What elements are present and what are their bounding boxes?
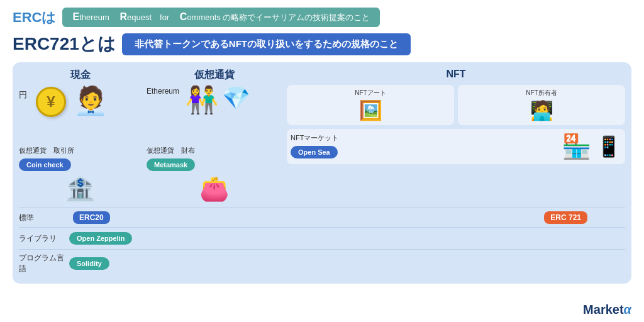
erc721-label: ERC721とは — [13, 32, 116, 56]
suit-person-icon: 🧑‍💼 — [74, 87, 108, 114]
three-columns: 現金 円 ¥ 🧑‍💼 仮想通貨 取引所 Coin check 🏦 — [19, 69, 625, 203]
ethereum-icon: 💎 — [222, 87, 250, 109]
program-label: プログラム言語 — [19, 253, 69, 274]
market-alpha-logo: Marketα — [583, 303, 631, 317]
erc-label: ERCは — [13, 8, 56, 27]
crypto-title: 仮想通貨 — [147, 69, 282, 82]
crypto-column: 仮想通貨 Ethereum 👫 💎 仮想通貨 財布 Metamask 👛 — [147, 69, 282, 203]
erc721-desc-text: 非代替トークンであるNFTの取り扱いをするための規格のこと — [135, 38, 398, 49]
nft-art-icon: 🖼️ — [291, 99, 450, 121]
wallet-icon: 👛 — [147, 175, 282, 203]
library-row: ライブラリ Open Zeppelin — [19, 227, 625, 249]
erc-header-row: ERCは Ethereum Request for Comments の略称でイ… — [13, 8, 631, 27]
open-sea-button[interactable]: Open Sea — [291, 146, 338, 158]
solidity-button[interactable]: Solidity — [69, 257, 109, 270]
erc20-badge: ERC20 — [73, 211, 110, 224]
cash-title: 現金 — [19, 69, 142, 82]
bottom-info-section: 標準 ERC20 ERC 721 ライブラリ Open Zeppelin プログ… — [19, 208, 625, 277]
erc-desc-text: Ethereum Request for Comments の略称でイーサリアム… — [72, 13, 370, 22]
erc721-badge: ERC 721 — [544, 211, 587, 224]
main-container: ERCは Ethereum Request for Comments の略称でイ… — [0, 0, 644, 322]
coin-check-button[interactable]: Coin check — [19, 158, 71, 171]
nft-owner-label: NFT所有者 — [462, 89, 621, 97]
erc-description-box: Ethereum Request for Comments の略称でイーサリアム… — [62, 8, 380, 27]
nft-market-label: NFTマーケット — [291, 133, 338, 143]
open-zeppelin-button[interactable]: Open Zeppelin — [69, 232, 132, 245]
erc721-description-box: 非代替トークンであるNFTの取り扱いをするための規格のこと — [122, 33, 411, 55]
erc721-header-row: ERC721とは 非代替トークンであるNFTの取り扱いをするための規格のこと — [13, 32, 631, 56]
nft-art-box: NFTアート 🖼️ — [287, 85, 454, 125]
cash-column: 現金 円 ¥ 🧑‍💼 仮想通貨 取引所 Coin check 🏦 — [19, 69, 142, 203]
nft-column: NFT NFTアート 🖼️ NFT所有者 🧑‍💻 NFTマーケット — [287, 69, 625, 203]
market-text: Market — [583, 303, 623, 316]
erc-E: E — [72, 11, 79, 22]
exchange-label: 仮想通貨 取引所 — [19, 146, 142, 155]
standard-label: 標準 — [19, 213, 69, 223]
exchange-person-icon: 🏦 — [19, 175, 142, 203]
nft-market-box: NFTマーケット Open Sea 🏪 📱 — [287, 129, 625, 164]
nft-owner-icon: 🧑‍💻 — [462, 99, 621, 121]
yen-coin-icon: ¥ — [36, 87, 66, 117]
program-row: プログラム言語 Solidity — [19, 249, 625, 277]
crypto-person-icon: 👫 — [186, 87, 218, 113]
phone-icon: 📱 — [596, 135, 621, 158]
shop-icon: 🏪 — [562, 133, 591, 160]
standard-row: 標準 ERC20 ERC 721 — [19, 208, 625, 227]
ethereum-label: Ethereum — [147, 87, 179, 96]
nft-owner-box: NFT所有者 🧑‍💻 — [458, 85, 625, 125]
nft-title: NFT — [287, 69, 625, 80]
erc-C: C — [180, 11, 187, 22]
main-info-box: 現金 円 ¥ 🧑‍💼 仮想通貨 取引所 Coin check 🏦 — [13, 62, 631, 284]
alpha-symbol: α — [624, 303, 631, 316]
metamask-button[interactable]: Metamask — [147, 158, 195, 171]
yen-label: 円 — [19, 87, 27, 101]
nft-art-label: NFTアート — [291, 89, 450, 97]
erc-R: R — [119, 11, 127, 22]
library-label: ライブラリ — [19, 233, 69, 244]
wallet-label: 仮想通貨 財布 — [147, 146, 282, 155]
